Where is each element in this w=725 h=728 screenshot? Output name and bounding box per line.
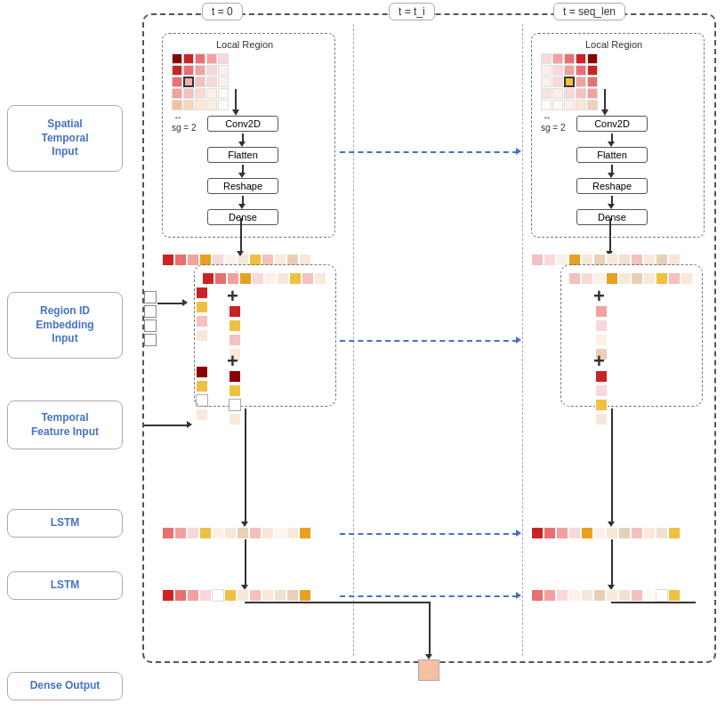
lstm1-strip-left [162, 527, 311, 539]
local-region-label: Local Region [216, 39, 273, 50]
dashed-arrow-lstm2 [340, 595, 518, 597]
combined-left-box: + + [194, 264, 336, 407]
reshape-box-left: Reshape [207, 178, 278, 194]
lstm1-label: LSTM [7, 509, 123, 538]
flatten-box-right: Flatten [576, 147, 648, 163]
region-id-label: Region ID Embedding Input [7, 292, 123, 359]
dense-output-cell [418, 659, 439, 681]
spatial-temporal-label: Spatial Temporal Input [7, 105, 123, 172]
dense-output-label: Dense Output [7, 672, 123, 700]
combined-right-box: + + [560, 264, 703, 407]
main-diagram-area: t = 0 t = t_i t = seq_len Local Region [142, 13, 716, 663]
lstm1-strip-right [531, 527, 681, 539]
diagram-container: { "sidebar": { "labels": [ {"id": "spati… [0, 0, 725, 728]
lstm2-label: LSTM [7, 571, 123, 600]
spatial-block-right: Local Region [531, 33, 705, 238]
dashed-arrow-spatial [340, 151, 518, 153]
arrow-grid-conv [232, 109, 239, 116]
dense-box-left: Dense [207, 209, 278, 225]
local-region-label-right: Local Region [585, 39, 642, 50]
spatial-block-left: Local Region [162, 33, 335, 238]
time-label-0: t = 0 [202, 3, 243, 20]
local-region-grid-left [172, 53, 229, 110]
v-divider-2 [522, 24, 523, 656]
reshape-box-right: Reshape [576, 178, 648, 194]
conv2d-box-left: Conv2D [207, 116, 278, 132]
conv2d-box-right: Conv2D [576, 116, 648, 132]
local-region-grid-right [541, 53, 598, 110]
dashed-arrow-lstm1 [340, 533, 518, 535]
lstm2-strip-left [162, 589, 311, 602]
temporal-feature-label: Temporal Feature Input [7, 400, 123, 449]
region-id-input-left [144, 291, 157, 346]
sg-label-left: ↔ [173, 112, 182, 122]
sg-label-right: ↔ [543, 112, 552, 122]
sg-text-left: sg = 2 [172, 123, 197, 133]
lstm2-strip-right [531, 589, 681, 602]
time-label-seqlen: t = seq_len [553, 3, 625, 20]
time-label-ti: t = t_i [389, 3, 435, 20]
dashed-arrow-region [340, 340, 518, 342]
dense-box-right: Dense [576, 209, 648, 225]
flatten-box-left: Flatten [207, 147, 278, 163]
